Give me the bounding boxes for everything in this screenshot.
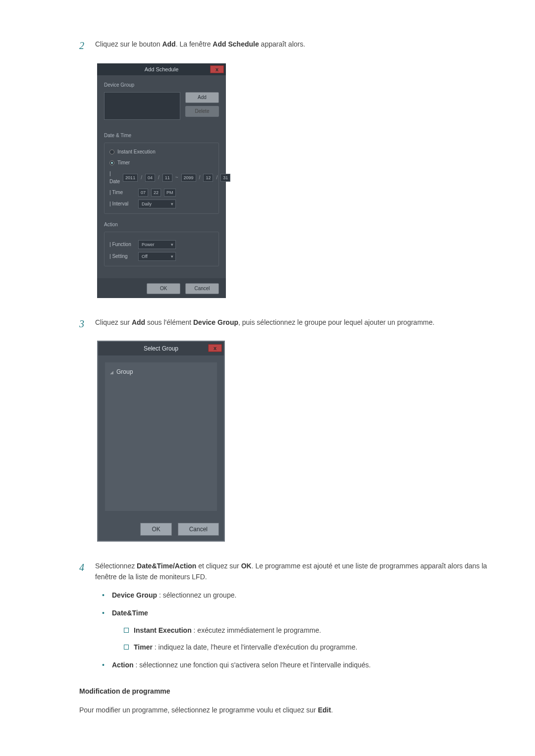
bullet-action: Action : sélectionnez une fonction qui s… xyxy=(95,659,490,670)
text: . xyxy=(331,706,333,714)
text: et cliquez sur xyxy=(196,562,241,570)
close-icon[interactable]: x xyxy=(210,65,224,73)
text: . La fenêtre xyxy=(176,40,213,48)
group-tree[interactable]: Group xyxy=(105,362,217,511)
text-bold: Date&Time xyxy=(112,609,148,617)
device-group-list[interactable] xyxy=(104,92,180,120)
text: : sélectionnez un groupe. xyxy=(157,591,236,599)
timer-radio[interactable] xyxy=(109,160,114,165)
text-bold: OK xyxy=(241,562,252,570)
text-bold-add: Add xyxy=(162,40,175,48)
text-bold: Device Group xyxy=(193,318,238,326)
action-section-label: Action xyxy=(104,221,219,229)
dialog-title: Select Group xyxy=(144,345,178,352)
text: Cliquez sur le bouton xyxy=(95,40,162,48)
date-time-section-label: Date & Time xyxy=(104,132,219,140)
interval-select[interactable]: Daily xyxy=(138,200,176,208)
time-minute-spinner[interactable]: 22 xyxy=(151,189,161,197)
text: : sélectionnez une fonction qui s'active… xyxy=(134,661,371,669)
text: , puis sélectionnez le groupe pour leque… xyxy=(238,318,434,326)
text-bold: Timer xyxy=(134,643,153,651)
text-bold: Instant Execution xyxy=(134,626,192,634)
text: sous l'élément xyxy=(145,318,193,326)
text: Cliquez sur xyxy=(95,318,132,326)
date-sep: / xyxy=(216,174,217,182)
instant-execution-label: Instant Execution xyxy=(117,148,156,156)
bullet-device-group: Device Group : sélectionnez un groupe. xyxy=(95,590,490,601)
cancel-button[interactable]: Cancel xyxy=(178,523,219,536)
ok-button[interactable]: OK xyxy=(147,283,180,294)
text: Sélectionnez xyxy=(95,562,137,570)
time-ampm-spinner[interactable]: PM xyxy=(164,189,176,197)
select-group-dialog: Select Group x Group OK Cancel xyxy=(97,341,225,542)
bullet-date-time: Date&Time Instant Execution : exécutez i… xyxy=(95,607,490,653)
text-bold: Add xyxy=(132,318,145,326)
step-2-number: 2 xyxy=(79,38,95,53)
step-4-text: Sélectionnez Date&Time/Action et cliquez… xyxy=(95,559,490,671)
modification-heading: Modification de programme xyxy=(79,686,490,697)
time-hour-spinner[interactable]: 07 xyxy=(138,189,148,197)
dialog-title: Add Schedule xyxy=(145,66,179,72)
date-month-1-spinner[interactable]: 04 xyxy=(145,174,155,182)
interval-label: | Interval xyxy=(109,200,135,208)
date-year-1-spinner[interactable]: 2011 xyxy=(123,174,138,182)
date-sep: / xyxy=(158,174,160,182)
date-label: | Date xyxy=(109,170,120,186)
text-bold: Date&Time/Action xyxy=(137,562,196,570)
date-day-1-spinner[interactable]: 11 xyxy=(162,174,172,182)
dialog-titlebar: Select Group x xyxy=(98,342,224,355)
text: : indiquez la date, l'heure et l'interva… xyxy=(153,643,357,651)
text-bold: Action xyxy=(112,661,134,669)
text-bold: Edit xyxy=(318,706,331,714)
text: : exécutez immédiatement le programme. xyxy=(192,626,321,634)
step-2-text: Cliquez sur le bouton Add. La fenêtre Ad… xyxy=(95,38,490,53)
date-day-2-spinner[interactable]: 31 xyxy=(220,174,230,182)
instant-execution-radio[interactable] xyxy=(109,150,114,154)
function-select[interactable]: Power xyxy=(138,240,176,249)
device-group-section-label: Device Group xyxy=(104,81,219,89)
setting-label: | Setting xyxy=(109,252,135,260)
step-3-text: Cliquez sur Add sous l'élément Device Gr… xyxy=(95,316,490,332)
date-range-sep: ~ xyxy=(175,174,178,182)
close-icon[interactable]: x xyxy=(208,344,222,352)
text: Pour modifier un programme, sélectionnez… xyxy=(79,706,318,714)
date-year-2-spinner[interactable]: 2099 xyxy=(181,174,196,182)
text: apparaît alors. xyxy=(259,40,305,48)
text-bold-add-schedule: Add Schedule xyxy=(213,40,259,48)
date-month-2-spinner[interactable]: 12 xyxy=(203,174,213,182)
delete-device-group-button[interactable]: Delete xyxy=(185,106,219,117)
text-bold: Device Group xyxy=(112,591,157,599)
ok-button[interactable]: OK xyxy=(140,523,171,536)
dialog-titlebar: Add Schedule x xyxy=(97,63,226,75)
date-sep: / xyxy=(141,174,142,182)
setting-select[interactable]: Off xyxy=(138,252,176,261)
step-3-number: 3 xyxy=(79,316,95,332)
date-sep: / xyxy=(199,174,201,182)
subbullet-instant-exec: Instant Execution : exécutez immédiateme… xyxy=(112,625,490,636)
tree-node-group[interactable]: Group xyxy=(110,367,212,377)
timer-label: Timer xyxy=(117,159,130,167)
step-4-number: 4 xyxy=(79,559,95,671)
add-device-group-button[interactable]: Add xyxy=(185,92,219,103)
subbullet-timer: Timer : indiquez la date, l'heure et l'i… xyxy=(112,642,490,653)
time-label: | Time xyxy=(109,189,135,197)
cancel-button[interactable]: Cancel xyxy=(185,283,219,294)
function-label: | Function xyxy=(109,241,135,249)
add-schedule-dialog: Add Schedule x Device Group Add Delete D… xyxy=(97,63,226,298)
modification-paragraph: Pour modifier un programme, sélectionnez… xyxy=(79,705,490,715)
